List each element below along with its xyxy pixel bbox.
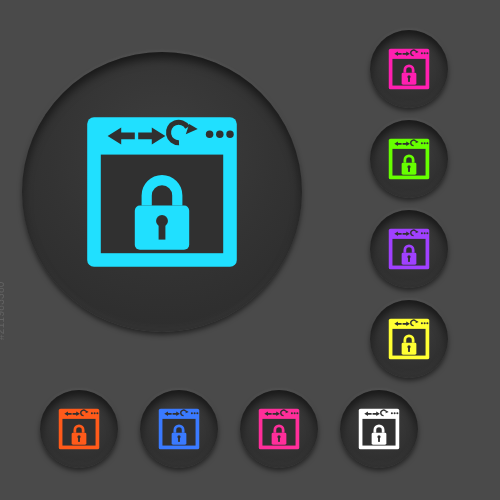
browser-lock-icon xyxy=(256,406,302,452)
icon-button-variant[interactable] xyxy=(340,390,418,468)
browser-lock-icon xyxy=(386,316,432,362)
icon-button-variant[interactable] xyxy=(370,120,448,198)
icon-button-variant[interactable] xyxy=(370,30,448,108)
browser-lock-icon xyxy=(56,406,102,452)
browser-lock-icon xyxy=(356,406,402,452)
icon-button-variant[interactable] xyxy=(370,210,448,288)
browser-lock-icon xyxy=(156,406,202,452)
browser-lock-icon xyxy=(386,226,432,272)
watermark-text: #211983380 xyxy=(0,281,6,340)
browser-lock-icon xyxy=(386,46,432,92)
icon-button-variant[interactable] xyxy=(140,390,218,468)
icon-button-main[interactable] xyxy=(22,52,302,332)
icon-button-variant[interactable] xyxy=(370,300,448,378)
browser-lock-icon xyxy=(77,107,247,277)
icon-button-variant[interactable] xyxy=(40,390,118,468)
icon-button-variant[interactable] xyxy=(240,390,318,468)
browser-lock-icon xyxy=(386,136,432,182)
